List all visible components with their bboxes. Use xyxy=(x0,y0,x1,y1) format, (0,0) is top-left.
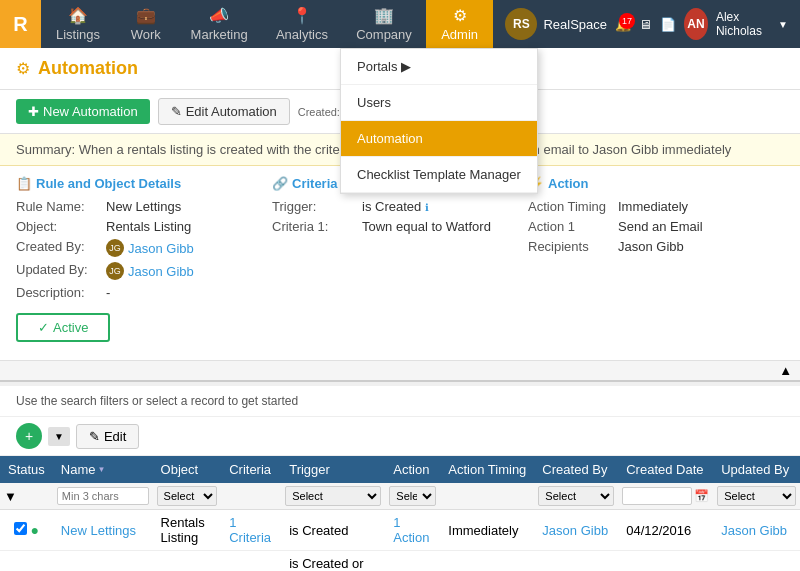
menu-users[interactable]: Users xyxy=(341,85,537,121)
listings-icon: 🏠 xyxy=(68,6,88,25)
collapse-top-button[interactable]: ▲ xyxy=(0,360,800,380)
updated-by-row: Updated By: JG Jason Gibb xyxy=(16,262,256,280)
created-by-link[interactable]: JG Jason Gibb xyxy=(106,239,194,257)
nav-work[interactable]: 💼 Work xyxy=(115,0,177,48)
rule-icon: 📋 xyxy=(16,176,32,191)
add-button[interactable]: + xyxy=(16,423,42,449)
col-created-by: Created By xyxy=(534,456,618,483)
row1-object: Rentals Listing xyxy=(153,510,222,551)
nav-marketing[interactable]: 📣 Marketing xyxy=(177,0,262,48)
col-created-date: Created Date xyxy=(618,456,713,483)
nav-company[interactable]: 🏢 Company xyxy=(342,0,426,48)
filter-date-cell[interactable]: 📅 xyxy=(618,483,713,510)
automation-list-section: Use the search filters or select a recor… xyxy=(0,386,800,571)
filter-object-select[interactable]: Select xyxy=(157,486,218,506)
row1-checkbox[interactable] xyxy=(14,522,27,535)
action-col: ⚡ Action Action Timing Immediately Actio… xyxy=(528,176,784,350)
created-by-row: Created By: JG Jason Gibb xyxy=(16,239,256,257)
row2-object: Lead xyxy=(153,551,222,572)
row1-status: ● xyxy=(0,510,53,551)
row1-action[interactable]: 1 Action xyxy=(385,510,440,551)
col-action: Action xyxy=(385,456,440,483)
row2-updated-by[interactable]: Paul McCamb xyxy=(713,551,800,572)
updated-by-avatar: JG xyxy=(106,262,124,280)
filter-timing-cell xyxy=(440,483,534,510)
nav-admin[interactable]: ⚙ Admin xyxy=(426,0,494,48)
new-automation-button[interactable]: ✚ New Automation xyxy=(16,99,150,124)
company-icon: 🏢 xyxy=(374,6,394,25)
automation-table: Status Name▼ Object Criteria Trigger Act… xyxy=(0,456,800,571)
brand-avatar: RS xyxy=(505,8,537,40)
plus-icon: ✚ xyxy=(28,104,39,119)
col-name[interactable]: Name▼ xyxy=(53,456,153,483)
row2-name[interactable]: lead update xyxy=(53,551,153,572)
realspace-brand: RS RealSpace xyxy=(505,8,607,40)
analytics-icon: 📍 xyxy=(292,6,312,25)
filter-created-by-select[interactable]: Select xyxy=(538,486,614,506)
menu-checklist[interactable]: Checklist Template Manager xyxy=(341,157,537,193)
row2-trigger: is Created or Updated to meet the criter… xyxy=(281,551,385,572)
row1-name[interactable]: New Lettings xyxy=(53,510,153,551)
criteria-icon: 🔗 xyxy=(272,176,288,191)
trigger-info-icon[interactable]: ℹ xyxy=(425,202,429,213)
filter-date-input[interactable] xyxy=(622,487,692,505)
menu-automation[interactable]: Automation xyxy=(341,121,537,157)
row2-action[interactable]: 1 Action xyxy=(385,551,440,572)
filter-updated-by-select[interactable]: Select xyxy=(717,486,796,506)
trigger-row: Trigger: is Created ℹ xyxy=(272,199,512,214)
filter-dropdown-icon[interactable]: ▼ xyxy=(4,489,17,504)
calendar-icon[interactable]: 📅 xyxy=(694,489,709,503)
edit-automation-button[interactable]: ✎ Edit Automation xyxy=(158,98,290,125)
col-action-timing: Action Timing xyxy=(440,456,534,483)
row2-criteria[interactable]: 1 Criteria xyxy=(221,551,281,572)
object-row: Object: Rentals Listing xyxy=(16,219,256,234)
admin-dropdown: Portals ▶ Users Automation Checklist Tem… xyxy=(340,48,538,194)
page-icon: ⚙ xyxy=(16,59,30,78)
recipients-row: Recipients Jason Gibb xyxy=(528,239,768,254)
row1-created-by[interactable]: Jason Gibb xyxy=(534,510,618,551)
nav-listings[interactable]: 🏠 Listings xyxy=(41,0,115,48)
menu-portals[interactable]: Portals ▶ xyxy=(341,49,537,85)
filter-object-cell[interactable]: Select xyxy=(153,483,222,510)
filter-created-by-cell[interactable]: Select xyxy=(534,483,618,510)
row1-date: 04/12/2016 xyxy=(618,510,713,551)
brand-logo: R xyxy=(0,0,41,48)
add-dropdown-arrow[interactable]: ▼ xyxy=(48,427,70,446)
row1-updated-by[interactable]: Jason Gibb xyxy=(713,510,800,551)
user-menu-chevron[interactable]: ▼ xyxy=(778,19,788,30)
user-name: Alex Nicholas xyxy=(716,10,770,38)
col-trigger: Trigger xyxy=(281,456,385,483)
filter-name-input[interactable] xyxy=(57,487,149,505)
row2-date: 04/10/2016 xyxy=(618,551,713,572)
filter-name-cell[interactable] xyxy=(53,483,153,510)
nav-analytics[interactable]: 📍 Analytics xyxy=(262,0,343,48)
filter-trigger-select[interactable]: Select xyxy=(285,486,381,506)
edit-icon: ✎ xyxy=(171,104,182,119)
top-navigation: R 🏠 Listings 💼 Work 📣 Marketing 📍 Analyt… xyxy=(0,0,800,48)
updated-by-link[interactable]: JG Jason Gibb xyxy=(106,262,194,280)
row1-trigger: is Created xyxy=(281,510,385,551)
status-active-button[interactable]: ✓ Active xyxy=(16,313,110,342)
filter-trigger-cell[interactable]: Select xyxy=(281,483,385,510)
filter-action-select[interactable]: Select xyxy=(389,486,436,506)
filter-updated-by-cell[interactable]: Select xyxy=(713,483,800,510)
table-row[interactable]: ● lead update Lead 1 Criteria is Created… xyxy=(0,551,800,572)
filter-status-cell: ▼ xyxy=(0,483,53,510)
row2-created-by[interactable]: Alex Nicholas xyxy=(534,551,618,572)
table-row[interactable]: ● New Lettings Rentals Listing 1 Criteri… xyxy=(0,510,800,551)
filter-action-cell[interactable]: Select xyxy=(385,483,440,510)
rule-col-header: 📋 Rule and Object Details xyxy=(16,176,256,191)
filter-criteria-cell xyxy=(221,483,281,510)
rule-object-col: 📋 Rule and Object Details Rule Name: New… xyxy=(16,176,272,350)
user-avatar[interactable]: AN xyxy=(684,8,708,40)
edit-button[interactable]: ✎ Edit xyxy=(76,424,139,449)
marketing-icon: 📣 xyxy=(209,6,229,25)
row1-active-icon: ● xyxy=(31,522,39,538)
action-header: ⚡ Action xyxy=(528,176,768,191)
row2-status: ● xyxy=(0,551,53,572)
criteria-col: 🔗 Criteria Trigger: is Created ℹ Criteri… xyxy=(272,176,528,350)
notification-bell[interactable]: 🔔 17 xyxy=(615,17,631,32)
page-title: Automation xyxy=(38,58,138,79)
row1-criteria[interactable]: 1 Criteria xyxy=(221,510,281,551)
notification-count: 17 xyxy=(619,13,635,29)
